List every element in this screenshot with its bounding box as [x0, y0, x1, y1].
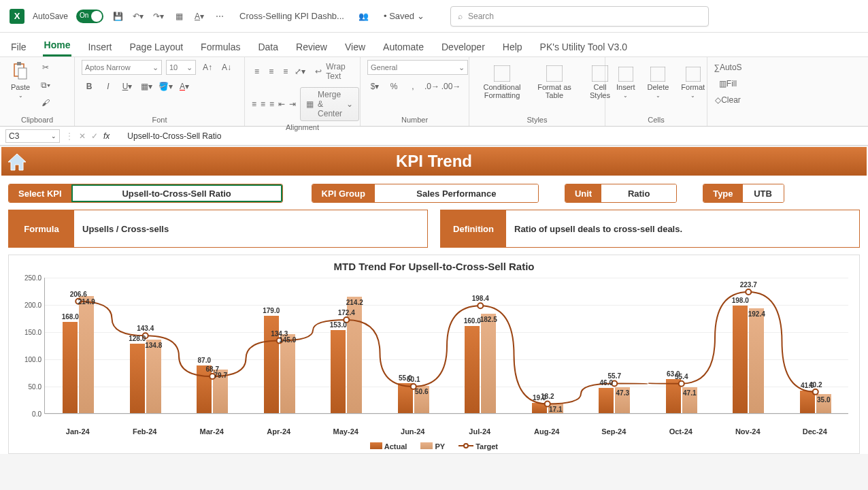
tab-view[interactable]: View: [344, 37, 367, 56]
tab-formulas[interactable]: Formulas: [199, 37, 241, 56]
increase-font-icon[interactable]: A↑: [200, 60, 215, 75]
group-cells: Cells: [612, 114, 700, 126]
cancel-icon[interactable]: ✕: [79, 131, 86, 141]
format-painter-icon[interactable]: 🖌: [38, 95, 53, 110]
font-size-combo[interactable]: 10⌄: [166, 60, 196, 75]
autosum-button[interactable]: ∑ AutoS: [714, 60, 741, 75]
align-left-icon[interactable]: ≡: [252, 97, 256, 112]
tab-developer[interactable]: Developer: [440, 37, 486, 56]
redo-icon[interactable]: ↷▾: [152, 10, 165, 22]
tab-data[interactable]: Data: [256, 37, 280, 56]
increase-indent-icon[interactable]: ⇥: [289, 97, 296, 112]
underline-icon[interactable]: U▾: [120, 79, 135, 94]
svg-rect-2: [18, 68, 27, 79]
align-bottom-icon[interactable]: ≡: [280, 64, 290, 79]
decrease-decimal-icon[interactable]: .00→: [444, 79, 458, 94]
border-icon[interactable]: ▦▾: [139, 79, 154, 94]
fill-button[interactable]: ▥ Fill: [714, 76, 741, 91]
tab-pk-s-utility-tool-v3-0[interactable]: PK's Utility Tool V3.0: [539, 37, 629, 56]
more-icon[interactable]: ⋯: [214, 10, 226, 22]
align-center-icon[interactable]: ≡: [261, 97, 265, 112]
document-title: Cross-Selling KPI Dashb...: [239, 11, 344, 21]
clear-button[interactable]: ◇ Clear: [714, 93, 741, 108]
percent-icon[interactable]: %: [386, 79, 401, 94]
autosave-toggle[interactable]: On: [76, 10, 103, 23]
svg-rect-4: [546, 65, 563, 82]
title-bar: X AutoSave On 💾 ↶▾ ↷▾ ▦ A▾ ⋯ Cross-Selli…: [0, 0, 868, 33]
select-kpi-dropdown[interactable]: Upsell-to-Cross-Sell Ratio ▼: [71, 184, 282, 202]
format-as-table-button[interactable]: Format as Table: [532, 64, 577, 101]
tab-automate[interactable]: Automate: [382, 37, 425, 56]
conditional-formatting-button[interactable]: Conditional Formatting: [476, 64, 528, 101]
svg-rect-8: [686, 67, 701, 82]
align-middle-icon[interactable]: ≡: [266, 64, 276, 79]
align-right-icon[interactable]: ≡: [269, 97, 274, 112]
font-color-icon[interactable]: A▾: [177, 79, 192, 94]
svg-point-15: [478, 303, 483, 308]
save-icon[interactable]: 💾: [112, 10, 124, 22]
kpi-group-display: KPI Group Sales Performance: [312, 184, 539, 203]
formula-card: Formula Upsells / Cross-sells: [8, 210, 428, 248]
chevron-down-icon[interactable]: ▼: [282, 185, 283, 203]
home-icon[interactable]: [5, 150, 29, 173]
autosave-label: AutoSave: [33, 12, 68, 21]
borders-icon[interactable]: ▦: [173, 10, 185, 22]
dashboard-header: KPI Trend: [1, 147, 867, 176]
increase-decimal-icon[interactable]: .0→: [424, 79, 439, 94]
svg-point-19: [746, 289, 751, 295]
orientation-icon[interactable]: ⤢▾: [295, 64, 305, 79]
type-display: Type UTB: [703, 184, 784, 203]
font-name-combo[interactable]: Aptos Narrow⌄: [82, 60, 162, 75]
excel-icon: X: [10, 9, 24, 24]
search-icon: ⌕: [458, 12, 463, 21]
chart-legend: Actual PY Target: [20, 442, 848, 451]
group-number: Number: [367, 114, 462, 126]
name-box[interactable]: C3⌄: [5, 129, 60, 143]
tab-help[interactable]: Help: [501, 37, 524, 56]
svg-point-20: [813, 389, 818, 395]
svg-rect-1: [17, 62, 21, 65]
trend-chart: MTD Trend For Upsell-to-Cross-Sell Ratio…: [8, 255, 860, 454]
decrease-indent-icon[interactable]: ⇤: [278, 97, 285, 112]
merge-center-button[interactable]: ▦Merge & Center⌄: [300, 87, 359, 121]
cut-icon[interactable]: ✂: [38, 60, 53, 75]
format-cells-button[interactable]: Format⌄: [677, 65, 709, 100]
fx-icon[interactable]: fx: [103, 131, 110, 141]
tab-review[interactable]: Review: [295, 37, 329, 56]
bold-icon[interactable]: B: [82, 79, 97, 94]
tab-insert[interactable]: Insert: [86, 37, 113, 56]
wrap-text-button[interactable]: ↩Wrap Text: [310, 60, 353, 83]
share-people-icon[interactable]: 👥: [358, 10, 370, 22]
svg-rect-3: [494, 65, 510, 82]
group-font: Font: [82, 114, 237, 126]
group-alignment: Alignment: [252, 121, 353, 133]
delete-cells-button[interactable]: Delete⌄: [644, 65, 673, 100]
group-clipboard: Clipboard: [7, 114, 67, 126]
formula-input[interactable]: Upsell-to-Cross-Sell Ratio: [127, 131, 221, 141]
align-top-icon[interactable]: ≡: [252, 64, 262, 79]
number-format-combo[interactable]: General⌄: [367, 60, 468, 75]
tab-home[interactable]: Home: [43, 35, 72, 56]
search-input[interactable]: ⌕ Search: [450, 6, 709, 27]
select-kpi-control: Select KPI Upsell-to-Cross-Sell Ratio ▼: [8, 184, 283, 203]
group-styles: Styles: [476, 114, 598, 126]
currency-icon[interactable]: $▾: [367, 79, 382, 94]
font-color-icon[interactable]: A▾: [193, 10, 205, 22]
ribbon: Paste⌄ ✂ ⧉▾ 🖌 Clipboard Aptos Narrow⌄ 10…: [0, 57, 868, 127]
svg-rect-7: [650, 67, 665, 82]
paste-button[interactable]: Paste⌄: [7, 60, 34, 100]
italic-icon[interactable]: I: [101, 79, 116, 94]
enter-icon[interactable]: ✓: [91, 131, 98, 141]
tab-page-layout[interactable]: Page Layout: [128, 37, 184, 56]
fill-color-icon[interactable]: 🪣▾: [158, 79, 173, 94]
insert-cells-button[interactable]: Insert⌄: [612, 65, 639, 100]
save-status[interactable]: • Saved ⌄: [384, 11, 424, 21]
copy-icon[interactable]: ⧉▾: [38, 78, 53, 93]
definition-card: Definition Ratio of upsell deals to cros…: [440, 210, 860, 248]
comma-icon[interactable]: ,: [405, 79, 420, 94]
undo-icon[interactable]: ↶▾: [132, 10, 144, 22]
tab-file[interactable]: File: [10, 37, 28, 56]
formula-bar: C3⌄ ⋮ ✕ ✓ fx Upsell-to-Cross-Sell Ratio: [0, 127, 868, 146]
unit-display: Unit Ratio: [565, 184, 677, 203]
decrease-font-icon[interactable]: A↓: [219, 60, 234, 75]
